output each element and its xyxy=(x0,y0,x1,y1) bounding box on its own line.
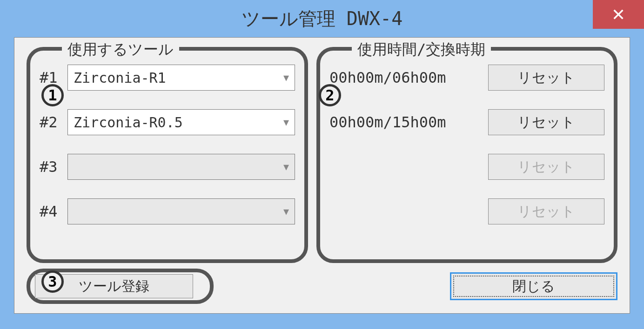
time-row-4: リセット xyxy=(329,198,604,224)
annotation-3: 3 xyxy=(41,270,64,293)
window-close-button[interactable] xyxy=(593,0,644,29)
time-value-2: 00h00m/15h00m xyxy=(329,113,446,131)
tool-row-4: #4 ▼ xyxy=(40,198,295,224)
tool-row-3: #3 ▼ xyxy=(40,154,295,180)
reset-button-3: リセット xyxy=(488,154,604,180)
tool-slot-label-4: #4 xyxy=(40,203,67,220)
tool-slot-label-3: #3 xyxy=(40,158,67,176)
usage-time-panel: 使用時間/交換時期 00h00m/06h00m リセット 00h00m/15h0… xyxy=(316,47,617,263)
annotation-2: 2 xyxy=(319,84,341,106)
tool-select-value-2: Zirconia-R0.5 xyxy=(74,114,183,131)
titlebar: ツール管理 DWX-4 xyxy=(0,0,644,37)
tool-management-dialog: ツール管理 DWX-4 1 2 使用するツール #1 Zirconia-R1 ▼ xyxy=(0,0,644,329)
close-icon xyxy=(612,8,625,21)
time-row-2: 00h00m/15h00m リセット xyxy=(329,109,604,135)
tool-row-2: #2 Zirconia-R0.5 ▼ xyxy=(40,109,295,135)
tools-used-legend: 使用するツール xyxy=(62,39,179,60)
reset-button-1[interactable]: リセット xyxy=(488,65,604,91)
tool-select-2[interactable]: Zirconia-R0.5 ▼ xyxy=(67,109,295,135)
time-row-3: リセット xyxy=(329,154,604,180)
chevron-down-icon: ▼ xyxy=(283,206,289,217)
usage-time-legend: 使用時間/交換時期 xyxy=(352,39,491,60)
reset-button-2[interactable]: リセット xyxy=(488,109,604,135)
dialog-content: 1 2 使用するツール #1 Zirconia-R1 ▼ #2 Zirconia… xyxy=(14,37,630,314)
time-row-1: 00h00m/06h00m リセット xyxy=(329,65,604,91)
tool-row-1: #1 Zirconia-R1 ▼ xyxy=(40,65,295,91)
window-title: ツール管理 DWX-4 xyxy=(242,6,403,32)
reset-button-4: リセット xyxy=(488,198,604,224)
chevron-down-icon: ▼ xyxy=(283,72,289,83)
close-button[interactable]: 閉じる xyxy=(450,272,617,300)
tool-select-3[interactable]: ▼ xyxy=(67,154,295,180)
tool-select-value-1: Zirconia-R1 xyxy=(74,70,166,86)
annotation-1: 1 xyxy=(41,84,64,106)
tool-select-4[interactable]: ▼ xyxy=(67,198,295,224)
dialog-footer: ツール登録 閉じる xyxy=(27,269,617,304)
time-value-1: 00h00m/06h00m xyxy=(329,69,446,86)
tool-slot-label-2: #2 xyxy=(40,113,67,131)
chevron-down-icon: ▼ xyxy=(283,161,289,172)
tools-used-panel: 使用するツール #1 Zirconia-R1 ▼ #2 Zirconia-R0.… xyxy=(27,47,308,263)
tool-select-1[interactable]: Zirconia-R1 ▼ xyxy=(67,65,295,91)
chevron-down-icon: ▼ xyxy=(283,117,289,128)
